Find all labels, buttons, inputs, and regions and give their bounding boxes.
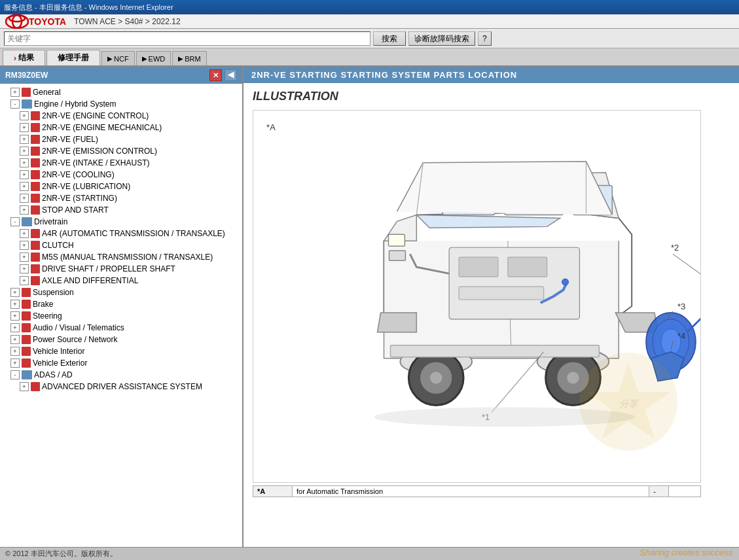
- tree-label-general: General: [33, 88, 61, 97]
- tree-item-2nrve-lub[interactable]: + 2NR-VE (LUBRICATION): [0, 181, 242, 192]
- tree-item-vehicleext[interactable]: + Vehicle Exterior: [0, 357, 242, 369]
- expand-icon-brake[interactable]: +: [10, 300, 20, 309]
- expand-icon-2nrve-intake[interactable]: +: [20, 158, 29, 167]
- tree-item-general[interactable]: + General: [0, 86, 242, 98]
- expand-icon-2nrve-ctrl[interactable]: +: [20, 111, 29, 120]
- svg-point-17: [567, 372, 580, 385]
- expand-icon-2nrve-mech[interactable]: +: [20, 123, 29, 132]
- doc-icon-vehicleext: [22, 359, 31, 368]
- diag-search-button[interactable]: 诊断故障码搜索: [408, 31, 475, 46]
- expand-icon-driveshaft[interactable]: +: [20, 264, 29, 273]
- tree-item-2nrve-intake[interactable]: + 2NR-VE (INTAKE / EXHAUST): [0, 157, 242, 169]
- svg-point-40: [374, 407, 636, 427]
- tree-label-2nrve-lub: 2NR-VE (LUBRICATION): [42, 182, 130, 191]
- tree-item-m5s[interactable]: + M5S (MANUAL TRANSMISSION / TRANSAXLE): [0, 251, 242, 263]
- expand-icon-2nrve-lub[interactable]: +: [20, 182, 29, 191]
- expand-icon-powersource[interactable]: +: [10, 335, 20, 344]
- svg-text:*2: *2: [671, 243, 679, 253]
- expand-icon-engine[interactable]: -: [10, 99, 20, 109]
- content-header: 2NR-VE STARTING STARTING SYSTEM PARTS LO…: [243, 67, 739, 83]
- expand-icon-adas[interactable]: -: [10, 370, 20, 379]
- toyota-logo: TOYOTA: [0, 14, 71, 29]
- expand-icon-drivetrain[interactable]: -: [10, 217, 20, 226]
- search-input[interactable]: [4, 31, 370, 46]
- tree-item-adas[interactable]: - ADAS / AD: [0, 369, 242, 381]
- tree-label-brake: Brake: [33, 300, 53, 309]
- illustration-area: *A: [253, 110, 701, 483]
- expand-icon-steering[interactable]: +: [10, 311, 20, 321]
- illustration-title: ILLUSTRATION: [253, 90, 730, 103]
- expand-icon-stopstart[interactable]: +: [20, 205, 29, 215]
- doc-icon-2nrve-ctrl: [31, 111, 40, 120]
- expand-icon-adas-sys[interactable]: +: [20, 382, 29, 391]
- tree-item-a4r[interactable]: + A4R (AUTOMATIC TRANSMISSION / TRANSAXL…: [0, 228, 242, 239]
- tab-brm[interactable]: ▶ BRM: [172, 51, 206, 65]
- tab-ncf[interactable]: ▶ NCF: [101, 51, 135, 65]
- tree-item-2nrve-emis[interactable]: + 2NR-VE (EMISSION CONTROL): [0, 145, 242, 157]
- tree-item-audio[interactable]: + Audio / Visual / Telematics: [0, 322, 242, 334]
- expand-icon-2nrve-cool[interactable]: +: [20, 170, 29, 179]
- svg-rect-8: [388, 234, 405, 246]
- tree-item-adas-sys[interactable]: + ADVANCED DRIVER ASSISTANCE SYSTEM: [0, 381, 242, 393]
- doc-icon-driveshaft: [31, 264, 40, 273]
- doc-icon-vehicleint: [22, 347, 31, 356]
- tree-item-2nrve-fuel[interactable]: + 2NR-VE (FUEL): [0, 133, 242, 145]
- expand-icon-vehicleext[interactable]: +: [10, 359, 20, 368]
- tree-item-engine[interactable]: - Engine / Hybrid System: [0, 98, 242, 110]
- tree-item-powersource[interactable]: + Power Source / Network: [0, 334, 242, 345]
- tree-item-brake[interactable]: + Brake: [0, 298, 242, 310]
- table-cell-label-a: *A: [253, 486, 293, 497]
- tree-item-driveshaft[interactable]: + DRIVE SHAFT / PROPELLER SHAFT: [0, 263, 242, 275]
- expand-icon-clutch[interactable]: +: [20, 241, 29, 250]
- tree-item-axle[interactable]: + AXLE AND DIFFERENTIAL: [0, 275, 242, 287]
- toyota-brand: TOYOTA: [29, 16, 66, 27]
- tab-repair-manual[interactable]: 修理手册: [46, 50, 100, 65]
- svg-rect-24: [508, 257, 547, 277]
- expand-icon-m5s[interactable]: +: [20, 253, 29, 262]
- tree-item-2nrve-mech[interactable]: + 2NR-VE (ENGINE MECHANICAL): [0, 122, 242, 133]
- panel-close-button[interactable]: ✕: [209, 69, 222, 81]
- expand-icon-2nrve-fuel[interactable]: +: [20, 135, 29, 144]
- doc-icon-clutch: [31, 241, 40, 250]
- tree-item-drivetrain[interactable]: - Drivetrain: [0, 216, 242, 228]
- doc-icon-m5s: [31, 253, 40, 262]
- tree-item-2nrve-start[interactable]: + 2NR-VE (STARTING): [0, 192, 242, 204]
- tree-item-stopstart[interactable]: + STOP AND START: [0, 204, 242, 216]
- tab-results[interactable]: › 结果: [3, 50, 45, 65]
- tree-item-2nrve-ctrl[interactable]: + 2NR-VE (ENGINE CONTROL): [0, 110, 242, 122]
- expand-icon-2nrve-start[interactable]: +: [20, 194, 29, 203]
- left-panel: RM39Z0EW ✕ ◀ + General - Engine / Hybrid…: [0, 67, 243, 547]
- tree-label-stopstart: STOP AND START: [42, 205, 109, 215]
- tree-item-2nrve-cool[interactable]: + 2NR-VE (COOLING): [0, 169, 242, 181]
- expand-icon-a4r[interactable]: +: [20, 229, 29, 238]
- svg-rect-23: [459, 257, 498, 277]
- parts-table: *A for Automatic Transmission -: [253, 485, 701, 497]
- tree-item-vehicleint[interactable]: + Vehicle Interior: [0, 345, 242, 357]
- expand-icon-vehicleint[interactable]: +: [10, 347, 20, 356]
- toyota-logo-svg: [5, 14, 29, 29]
- tree-label-2nrve-mech: 2NR-VE (ENGINE MECHANICAL): [42, 123, 162, 132]
- folder-icon-general: [22, 88, 31, 97]
- tree-item-steering[interactable]: + Steering: [0, 310, 242, 322]
- tree-item-clutch[interactable]: + CLUTCH: [0, 239, 242, 251]
- panel-collapse-button[interactable]: ◀: [225, 69, 237, 81]
- expand-icon-audio[interactable]: +: [10, 323, 20, 332]
- doc-icon-2nrve-cool: [31, 170, 40, 179]
- doc-icon-brake: [22, 300, 31, 309]
- expand-icon-axle[interactable]: +: [20, 276, 29, 285]
- help-button[interactable]: ?: [478, 31, 492, 46]
- svg-point-14: [429, 372, 442, 385]
- expand-icon-general[interactable]: +: [10, 88, 20, 97]
- tree-label-vehicleext: Vehicle Exterior: [33, 359, 87, 368]
- tree-label-2nrve-intake: 2NR-VE (INTAKE / EXHAUST): [42, 158, 149, 167]
- expand-icon-suspension[interactable]: +: [10, 288, 20, 297]
- svg-point-2: [9, 15, 25, 22]
- expand-icon-2nrve-emis[interactable]: +: [20, 147, 29, 156]
- tree-item-suspension[interactable]: + Suspension: [0, 287, 242, 298]
- tree-label-powersource: Power Source / Network: [33, 335, 117, 344]
- tab-ewd[interactable]: ▶ EWD: [136, 51, 171, 65]
- tree-label-driveshaft: DRIVE SHAFT / PROPELLER SHAFT: [42, 264, 175, 273]
- search-button[interactable]: 搜索: [373, 31, 406, 46]
- breadcrumb: TOWN ACE > S40# > 2022.12: [71, 17, 183, 26]
- right-panel: 2NR-VE STARTING STARTING SYSTEM PARTS LO…: [243, 67, 739, 547]
